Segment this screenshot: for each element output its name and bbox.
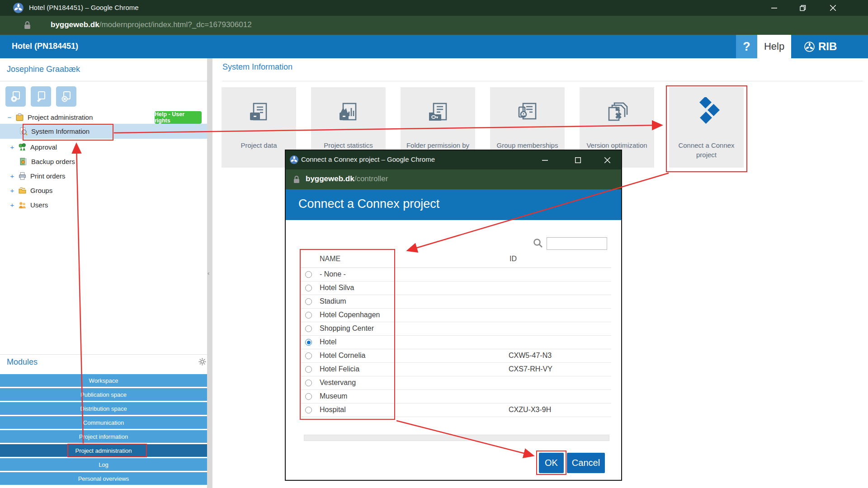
table-row[interactable]: Shopping Center (300, 322, 611, 336)
row-name: Hotel Felicia (320, 365, 359, 373)
radio-button[interactable] (305, 393, 312, 400)
radio-button[interactable] (305, 298, 312, 305)
tree-item-label: Users (30, 201, 48, 209)
url-domain: byggeweb.dk (51, 20, 99, 29)
cancel-button[interactable]: Cancel (567, 453, 605, 473)
dialog-close-button[interactable] (599, 154, 615, 166)
row-name: Hotel Silva (320, 284, 354, 292)
tree-item-print-orders[interactable]: + Print orders (0, 169, 207, 183)
module-item-communication[interactable]: Communication (0, 416, 207, 429)
module-item-workspace[interactable]: Workspace (0, 374, 207, 387)
groups-icon (18, 186, 27, 195)
tile-label: Project statistics (315, 141, 382, 150)
module-item-project-information[interactable]: Project information (0, 430, 207, 443)
horizontal-scrollbar[interactable] (304, 435, 609, 441)
column-header-id: ID (509, 255, 517, 263)
row-id: CXZU-X3-9H (509, 406, 551, 414)
rib-brand: RIB (791, 35, 868, 58)
radio-button[interactable] (305, 352, 312, 359)
dialog-url-bar[interactable]: byggeweb.dk/controller (286, 169, 621, 189)
radio-button[interactable] (305, 312, 312, 319)
url-bar[interactable]: byggeweb.dk/modernproject/index.html?_dc… (0, 16, 868, 35)
expand-toggle-icon[interactable]: + (9, 187, 15, 194)
collapse-chevron-icon[interactable]: ‹ (208, 270, 209, 277)
approval-icon (18, 143, 27, 151)
collapse-toggle-icon[interactable]: − (6, 113, 13, 121)
tile-connect-connex-project[interactable]: Connect a Connex project (669, 87, 744, 168)
edit-stack-button[interactable] (31, 86, 51, 107)
radio-button[interactable] (305, 407, 312, 413)
tile-label: Connect a Connex project (673, 141, 741, 160)
help-button[interactable]: Help (757, 35, 791, 58)
delete-stack-button[interactable] (56, 86, 76, 107)
tree-item-approval[interactable]: + Approval (0, 140, 207, 154)
table-row[interactable]: Stadium (300, 295, 611, 309)
radio-button[interactable] (305, 271, 312, 278)
radio-button-selected[interactable] (305, 339, 312, 346)
radio-button[interactable] (305, 325, 312, 332)
table-row[interactable]: Hotel Copenhagen (300, 309, 611, 322)
user-name: Josephine Graabæk (7, 65, 80, 74)
tree-item-system-information[interactable]: System Information (0, 124, 207, 139)
project-table: - None - Hotel Silva Stadium Hotel Copen… (300, 267, 611, 417)
dialog-titlebar: Connect a Connex project – Google Chrome (286, 150, 621, 169)
print-orders-icon (18, 172, 27, 180)
modules-gear-icon[interactable] (198, 357, 207, 368)
sidebar-scrollbar[interactable]: ‹ (207, 58, 212, 488)
modules-divider (0, 354, 207, 355)
module-item-project-administration[interactable]: Project administration (0, 444, 207, 457)
dialog-url-domain: byggeweb.dk (306, 174, 354, 183)
users-icon (18, 201, 27, 209)
row-name: Hotel (320, 338, 336, 346)
ok-button[interactable]: OK (539, 453, 564, 473)
table-row[interactable]: Vestervang (300, 376, 611, 390)
sidebar: Josephine Graabæk − Project administrati… (0, 58, 207, 488)
row-name: Hotel Cornelia (320, 352, 365, 360)
expand-toggle-icon[interactable]: + (9, 172, 15, 180)
version-optimization-icon (603, 101, 632, 131)
table-row[interactable]: - None - (300, 268, 611, 282)
module-item-publication-space[interactable]: Publication space (0, 388, 207, 401)
rib-favicon-icon (13, 2, 24, 15)
table-row[interactable]: Hotel CorneliaCXW5-47-N3 (300, 349, 611, 363)
folder-permission-icon (424, 101, 453, 131)
help-question-icon[interactable]: ? (736, 35, 757, 58)
tree-item-label: Backup orders (31, 158, 75, 165)
table-row[interactable]: Hotel Silva (300, 282, 611, 295)
restore-button[interactable] (793, 0, 813, 16)
backup-orders-icon (19, 157, 28, 166)
tree-item-users[interactable]: + Users (0, 197, 207, 212)
dialog-banner: Connect a Connex project (286, 189, 621, 220)
close-button[interactable] (822, 0, 843, 16)
screen: Hotel (PN184451) – Google Chrome byggewe… (0, 0, 868, 488)
module-item-log[interactable]: Log (0, 458, 207, 471)
module-item-personal-overviews[interactable]: Personal overviews (0, 472, 207, 485)
module-item-distribution-space[interactable]: Distribution space (0, 402, 207, 415)
table-row[interactable]: Museum (300, 390, 611, 404)
expand-toggle-icon[interactable]: + (9, 201, 15, 209)
tile-label: Project data (225, 141, 293, 150)
dialog-maximize-button[interactable] (570, 154, 585, 166)
dialog-minimize-button[interactable] (537, 154, 552, 166)
expand-toggle-icon[interactable]: + (9, 143, 15, 151)
tile-label: Version optimization (583, 141, 651, 150)
radio-button[interactable] (305, 366, 312, 373)
tree-item-groups[interactable]: + Groups (0, 183, 207, 197)
row-id: CXS7-RH-VY (509, 365, 552, 373)
project-data-icon (245, 101, 274, 131)
row-name: Stadium (320, 297, 346, 305)
table-row-selected[interactable]: Hotel (300, 336, 611, 349)
tree-item-backup-orders[interactable]: Backup orders (0, 154, 207, 169)
workspace-settings-button[interactable] (5, 86, 26, 107)
radio-button[interactable] (305, 285, 312, 291)
radio-button[interactable] (305, 380, 312, 386)
connex-logo-icon (690, 97, 723, 131)
tree-item-label: Groups (30, 187, 52, 194)
help-user-rights-badge[interactable]: Help - User rights (155, 111, 202, 124)
table-row[interactable]: Hotel FeliciaCXS7-RH-VY (300, 363, 611, 376)
rib-logo-icon (804, 41, 815, 52)
row-name: Hotel Copenhagen (320, 311, 380, 319)
search-input[interactable] (547, 237, 607, 250)
table-row[interactable]: HospitalCXZU-X3-9H (300, 404, 611, 417)
minimize-button[interactable] (764, 0, 784, 16)
